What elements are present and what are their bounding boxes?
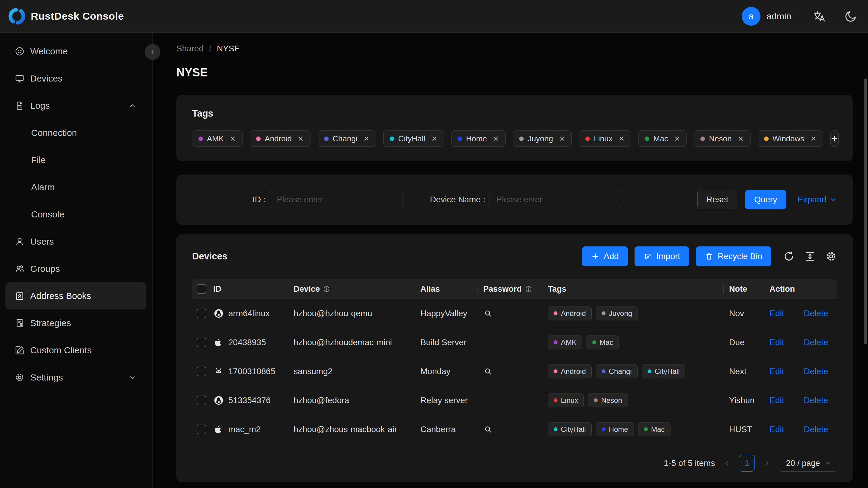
column-header-id[interactable]: ID: [208, 279, 288, 299]
sidebar-item-address-books[interactable]: Address Books: [5, 282, 147, 309]
edit-link[interactable]: Edit: [770, 425, 784, 434]
delete-link[interactable]: Delete: [804, 396, 828, 405]
remove-tag-icon[interactable]: [618, 135, 625, 142]
sidebar-item-label: Custom Clients: [30, 345, 92, 356]
remove-tag-icon[interactable]: [674, 135, 680, 142]
delete-link[interactable]: Delete: [804, 367, 828, 376]
remove-tag-icon[interactable]: [229, 135, 236, 142]
sidebar-item-settings[interactable]: Settings: [5, 364, 147, 391]
row-tag-chip: Linux: [548, 394, 584, 407]
sidebar-item-users[interactable]: Users: [5, 228, 147, 255]
column-header-tags[interactable]: Tags: [542, 279, 724, 299]
tag-chip-home[interactable]: Home: [451, 130, 505, 147]
query-button[interactable]: Query: [745, 190, 786, 209]
row-checkbox[interactable]: [196, 338, 206, 347]
import-button[interactable]: Import: [634, 246, 689, 266]
column-header-alias[interactable]: Alias: [415, 279, 478, 299]
sidebar-item-connection[interactable]: Connection: [5, 119, 147, 147]
pagination-total: 1-5 of 5 items: [664, 458, 715, 468]
column-header-note[interactable]: Note: [724, 279, 764, 299]
row-tag-chip: Juyong: [596, 306, 638, 321]
tag-chip-changi[interactable]: Changi: [318, 130, 376, 147]
sidebar-item-alarm[interactable]: Alarm: [5, 174, 147, 201]
reset-button[interactable]: Reset: [698, 190, 737, 209]
page-number-button[interactable]: 1: [739, 455, 755, 472]
translate-icon[interactable]: [812, 10, 826, 23]
tag-chip-android[interactable]: Android: [250, 130, 310, 147]
sidebar-collapse-button[interactable]: [145, 44, 160, 60]
device-name: hzhou@hzhou-qemu: [293, 309, 372, 318]
recycle-bin-button[interactable]: Recycle Bin: [696, 246, 771, 266]
id-filter-input[interactable]: [270, 190, 403, 209]
sidebar-item-console[interactable]: Console: [5, 201, 147, 228]
view-password-icon[interactable]: [483, 309, 493, 318]
add-tag-button[interactable]: [830, 130, 839, 147]
device-name-filter-input[interactable]: [490, 190, 620, 209]
tag-chip-windows[interactable]: Windows: [758, 130, 823, 147]
edit-link[interactable]: Edit: [770, 396, 784, 405]
sidebar-item-strategies[interactable]: Strategies: [5, 309, 147, 337]
user-avatar[interactable]: a: [742, 7, 761, 26]
tag-chip-amk[interactable]: AMK: [192, 130, 243, 147]
column-header-password[interactable]: Password: [478, 279, 542, 299]
table-settings-gear-icon[interactable]: [825, 250, 837, 263]
device-note: Nov: [729, 309, 744, 318]
delete-link[interactable]: Delete: [804, 425, 828, 434]
tag-chip-neson[interactable]: Neson: [694, 130, 750, 147]
edit-link[interactable]: Edit: [770, 309, 784, 318]
row-checkbox[interactable]: [196, 425, 206, 434]
tag-label: Home: [466, 134, 487, 144]
next-page-icon[interactable]: [763, 459, 771, 467]
sidebar-item-file[interactable]: File: [5, 147, 147, 174]
remove-tag-icon[interactable]: [559, 135, 565, 142]
add-device-button[interactable]: Add: [582, 246, 628, 266]
select-all-checkbox[interactable]: [196, 284, 206, 294]
breadcrumb: Shared / NYSE: [176, 44, 853, 54]
edit-link[interactable]: Edit: [770, 367, 784, 376]
remove-tag-icon[interactable]: [738, 135, 744, 142]
monitor-icon: [14, 73, 25, 84]
tag-chip-juyong[interactable]: Juyong: [513, 130, 572, 147]
remove-tag-icon[interactable]: [298, 135, 304, 142]
view-password-icon[interactable]: [483, 425, 493, 434]
breadcrumb-parent[interactable]: Shared: [176, 44, 204, 54]
delete-link[interactable]: Delete: [804, 309, 828, 318]
tag-label: Neson: [709, 134, 732, 144]
row-checkbox[interactable]: [196, 367, 206, 376]
tag-color-dot: [324, 136, 329, 141]
device-note: Due: [729, 338, 744, 347]
prev-page-icon[interactable]: [723, 459, 731, 467]
sidebar-item-groups[interactable]: Groups: [5, 255, 147, 282]
tag-chip-cityhall[interactable]: CityHall: [383, 130, 444, 147]
tag-chip-linux[interactable]: Linux: [579, 130, 631, 147]
page-size-value: 20 / page: [786, 459, 820, 468]
dark-mode-moon-icon[interactable]: [844, 10, 857, 23]
username-label[interactable]: admin: [767, 11, 791, 22]
scrollbar-thumb[interactable]: [864, 79, 867, 344]
sidebar-item-logs[interactable]: Logs: [5, 92, 147, 119]
row-checkbox[interactable]: [196, 396, 206, 405]
page-size-select[interactable]: 20 / page: [779, 455, 837, 472]
remove-tag-icon[interactable]: [493, 135, 499, 142]
expand-link[interactable]: Expand: [798, 195, 837, 205]
sidebar-item-custom-clients[interactable]: Custom Clients: [5, 337, 147, 364]
sidebar-item-devices[interactable]: Devices: [5, 65, 147, 92]
delete-link[interactable]: Delete: [804, 338, 828, 347]
remove-tag-icon[interactable]: [810, 135, 817, 142]
row-height-icon[interactable]: [804, 250, 816, 263]
remove-tag-icon[interactable]: [363, 135, 370, 142]
view-password-icon[interactable]: [483, 367, 493, 376]
sidebar-item-welcome[interactable]: Welcome: [5, 38, 147, 65]
device-id: mac_m2: [228, 425, 261, 434]
refresh-icon[interactable]: [783, 250, 795, 263]
import-label: Import: [656, 251, 680, 261]
row-tag-chip: CityHall: [642, 365, 686, 378]
remove-tag-icon[interactable]: [431, 135, 438, 142]
edit-link[interactable]: Edit: [770, 338, 784, 347]
row-checkbox[interactable]: [196, 309, 206, 318]
tag-chip-mac[interactable]: Mac: [639, 130, 687, 147]
tag-label: Mac: [653, 134, 668, 144]
device-id: 1700310865: [228, 367, 275, 376]
tag-color-dot: [585, 136, 590, 141]
column-header-device[interactable]: Device: [288, 279, 415, 299]
